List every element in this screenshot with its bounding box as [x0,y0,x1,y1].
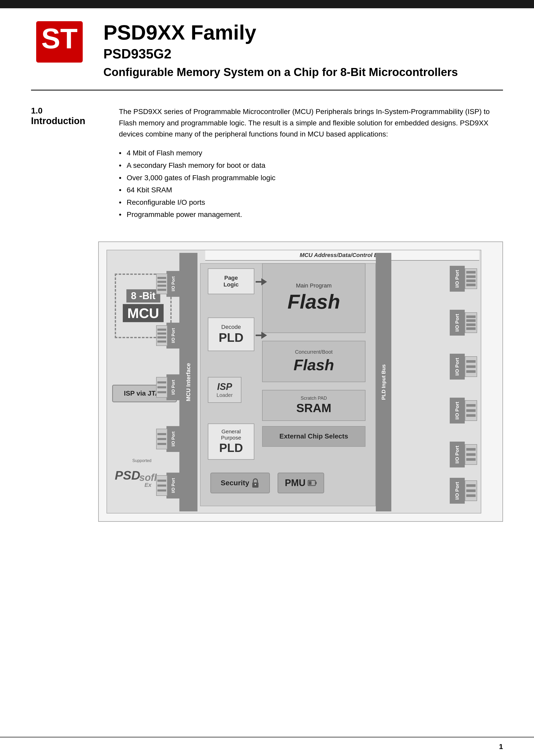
left-io-connector-5 [156,475,168,496]
left-io-label-1: I/O Port [171,276,176,291]
svg-rect-8 [315,482,317,484]
header-content: ST PSD9XX Family PSD935G2 Configurable M… [0,8,534,90]
pin [157,485,166,487]
right-io-port-2: I/O Port [450,307,481,338]
mcu-interface-label: MCU Interface [185,363,192,401]
left-io-label-2: I/O Port [171,328,176,343]
pin [466,284,476,286]
pin [466,275,476,278]
pin [466,489,476,492]
pmu-text: PMU [285,477,306,488]
supported-text: Supported [132,458,151,463]
sub-title: PSD935G2 [103,46,503,62]
pin [157,285,166,287]
right-io-port-5: I/O Port [450,439,481,470]
bus-header-bar: MCU Address/Data/Control Bus [205,250,479,261]
page-logic-text-2: Logic [224,281,239,288]
pin [157,333,166,335]
right-io-connector-3 [465,356,477,377]
mcu-8bit-label: 8 -Bit [126,289,160,303]
page-footer: 1 [0,737,534,756]
pin [466,458,476,461]
right-io-bar-1: I/O Port [450,266,465,292]
left-io-connector-4 [156,429,168,449]
scratch-pad-label: Scratch PAD [301,395,327,401]
pin [466,365,476,368]
st-logo-icon: ST [36,21,83,63]
right-io-port-1: I/O Port [450,263,481,294]
logo-area: ST [31,19,88,65]
page-number: 1 [499,742,503,751]
svg-point-6 [254,484,256,485]
security-text: Security [221,479,250,487]
pin [157,329,166,331]
bus-header-text: MCU Address/Data/Control Bus [300,252,385,258]
main-program-label: Main Program [296,282,332,289]
left-io-port-5-bar: I/O Port [167,472,180,499]
pin [466,271,476,274]
right-io-label-1: I/O Port [454,270,460,288]
pin [466,404,476,407]
header-bar [0,0,534,8]
right-io-bar-4: I/O Port [450,398,465,423]
section-label: 1.0 Introduction [31,106,103,221]
right-io-connector-6 [465,480,477,501]
right-io-connector-1 [465,268,477,289]
pin [466,323,476,326]
bullet-item-1: 4 Mbit of Flash memory [119,147,503,159]
main-title: PSD9XX Family [103,21,503,44]
mcu-interface-bar: MCU Interface [179,253,198,511]
left-io-port-1-bar: I/O Port [167,271,180,297]
svg-text:ST: ST [41,22,78,54]
pld-input-bar: PLD Input Bus [376,253,391,511]
pin [466,409,476,412]
left-io-port-3-bar: I/O Port [167,374,180,400]
sram-label: SRAM [296,401,331,415]
arrow-page-to-flash [255,278,267,285]
title-area: PSD9XX Family PSD935G2 Configurable Memo… [103,19,503,79]
battery-icon [307,478,317,488]
left-io-port-2-bar: I/O Port [167,323,180,348]
lock-icon [251,478,259,488]
pin [157,489,166,492]
isp-italic-text: ISP [217,381,232,392]
right-io-port-6: I/O Port [450,475,481,506]
section-name: Introduction [31,116,85,126]
concurrent-label: Concurrent/Boot [295,349,333,355]
bullet-item-6: Programmable power management. [119,208,503,221]
pin [466,319,476,322]
svg-text:PSD: PSD [115,469,140,482]
section-body: The PSD9XX series of Programmable Microc… [119,106,503,221]
security-block: Security [210,472,270,493]
left-io-label-5: I/O Port [171,478,176,493]
boot-flash-block: Concurrent/Boot Flash [262,341,365,382]
pin [157,433,166,435]
pin [157,277,166,279]
left-io-port-4-bar: I/O Port [167,426,180,452]
diagram-wrapper: MCU Address/Data/Control Bus 8 -Bit MCU … [98,241,503,522]
pin [466,448,476,451]
right-io-connector-4 [465,400,477,421]
right-io-bar-3: I/O Port [450,354,465,380]
right-io-label-6: I/O Port [454,482,460,500]
arrow-body [255,281,261,283]
pin [157,443,166,445]
right-io-connector-2 [465,312,477,333]
boot-flash-label: Flash [294,356,334,374]
right-io-label-2: I/O Port [454,314,460,332]
bullet-item-4: 64 Kbit SRAM [119,184,503,196]
right-io-label-4: I/O Port [454,402,460,419]
right-io-connector-5 [465,444,477,465]
pin [466,327,476,330]
pin [466,484,476,487]
page-logic-text-1: Page [224,275,238,281]
ext-chip-selects-block: External Chip Selects [262,426,365,447]
pin [157,391,166,393]
pin [157,438,166,440]
pld-text: PLD [219,331,244,345]
pin [157,281,166,283]
right-io-label-5: I/O Port [454,446,460,464]
gen-purpose-1: General [222,428,241,435]
arrow-body [255,335,261,336]
pin [466,453,476,456]
